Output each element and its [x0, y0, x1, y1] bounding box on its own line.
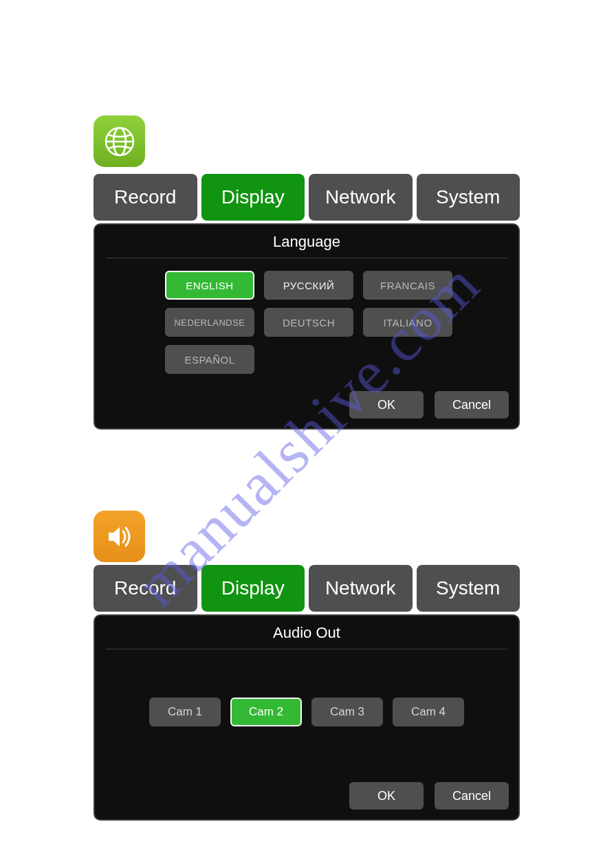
- tab-network[interactable]: Network: [309, 565, 413, 612]
- cam-option-4[interactable]: Cam 4: [393, 698, 464, 726]
- camera-row: Cam 1 Cam 2 Cam 3 Cam 4: [103, 698, 510, 726]
- lang-option-russian[interactable]: РУССКИЙ: [264, 271, 353, 300]
- tab-display[interactable]: Display: [201, 565, 305, 612]
- cam-option-3[interactable]: Cam 3: [311, 698, 383, 726]
- panel-body: Language ENGLISH РУССКИЙ FRANCAIS NEDERL…: [94, 223, 520, 430]
- globe-icon: [103, 125, 136, 158]
- tab-record[interactable]: Record: [94, 565, 197, 612]
- lang-option-deutsch[interactable]: DEUTSCH: [264, 308, 353, 337]
- panel-title: Language: [106, 230, 507, 258]
- cam-option-2[interactable]: Cam 2: [230, 698, 302, 726]
- speaker-icon: [103, 520, 136, 553]
- lang-option-nederlandse[interactable]: NEDERLANDSE: [165, 308, 254, 337]
- dialog-footer: OK Cancel: [349, 391, 509, 419]
- tab-system[interactable]: System: [417, 174, 520, 221]
- panel-body: Audio Out Cam 1 Cam 2 Cam 3 Cam 4 OK Can…: [94, 614, 520, 821]
- lang-option-francais[interactable]: FRANCAIS: [363, 271, 452, 300]
- tab-network[interactable]: Network: [309, 174, 413, 221]
- lang-option-italiano[interactable]: ITALIANO: [363, 308, 452, 337]
- ok-button[interactable]: OK: [349, 782, 424, 810]
- cancel-button[interactable]: Cancel: [435, 782, 509, 810]
- audio-app-icon: [94, 511, 145, 562]
- tab-display[interactable]: Display: [201, 174, 305, 221]
- settings-panel-language: Record Display Network System Language E…: [94, 174, 520, 430]
- cam-option-1[interactable]: Cam 1: [149, 698, 221, 726]
- dialog-footer: OK Cancel: [349, 782, 509, 810]
- settings-panel-audio: Record Display Network System Audio Out …: [94, 565, 520, 821]
- tab-record[interactable]: Record: [94, 174, 197, 221]
- lang-option-english[interactable]: ENGLISH: [165, 271, 254, 300]
- tab-system[interactable]: System: [417, 565, 520, 612]
- ok-button[interactable]: OK: [349, 391, 424, 419]
- globe-app-icon: [94, 115, 145, 167]
- panel-title: Audio Out: [106, 621, 507, 649]
- cancel-button[interactable]: Cancel: [435, 391, 509, 419]
- language-grid: ENGLISH РУССКИЙ FRANCAIS NEDERLANDSE DEU…: [165, 271, 510, 374]
- lang-option-espanol[interactable]: ESPAÑOL: [165, 345, 254, 374]
- tabs-row: Record Display Network System: [94, 174, 520, 221]
- tabs-row: Record Display Network System: [94, 565, 520, 612]
